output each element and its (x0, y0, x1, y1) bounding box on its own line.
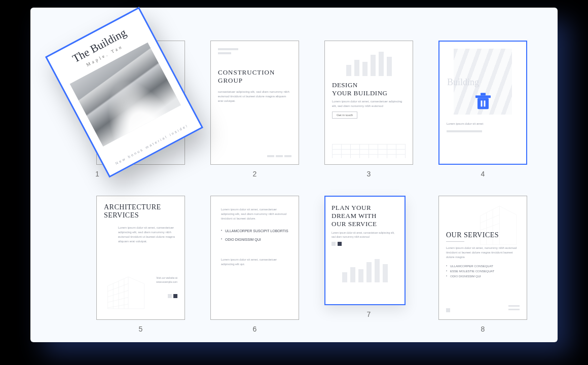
svg-rect-4 (484, 100, 485, 106)
svg-rect-3 (481, 100, 482, 106)
thumbnail-3[interactable]: DESIGN YOUR BUILDING Lorem ipsum dolor s… (324, 41, 413, 178)
thumbnail-8[interactable]: OUR SERVICES Lorem ipsum dolor sit amet,… (438, 196, 527, 333)
page-3-title-2: YOUR BUILDING (332, 89, 406, 97)
page-2-subtitle: GROUP (218, 77, 291, 85)
page-6-outro: Lorem ipsum dolor sit amet, consectetuer… (221, 258, 288, 267)
svg-rect-2 (481, 93, 486, 95)
svg-line-13 (481, 224, 500, 230)
page-number: 8 (481, 325, 485, 333)
page-5-body: Lorem ipsum dolor sit amet, consectetuer… (118, 226, 177, 244)
page-6-intro: Lorem ipsum dolor sit amet, consectetuer… (221, 207, 288, 221)
building-wireframe-icon (467, 201, 523, 249)
get-in-touch-button: Get in touch (332, 112, 357, 119)
bar-chart-icon (332, 48, 406, 76)
dragged-thumbnail[interactable]: The Building Maple. Tan New bonus materi… (71, 24, 177, 161)
svg-rect-1 (475, 95, 491, 98)
svg-line-7 (108, 298, 129, 303)
page-4-title: Building (447, 77, 479, 88)
page-number: 6 (253, 325, 257, 333)
svg-line-5 (108, 284, 129, 291)
legend-icon (332, 242, 398, 246)
thumbnail-7[interactable]: PLAN YOUR DREAM WITH OUR SERVICE Lorem i… (324, 196, 413, 333)
svg-line-14 (481, 232, 500, 237)
page-5-title-2: SERVICES (104, 211, 177, 220)
page-number: 3 (367, 170, 371, 178)
page-number: 4 (481, 170, 485, 178)
svg-rect-0 (477, 98, 489, 109)
page-organizer-canvas[interactable]: CONSTRUCTION GROUP consectetuer adipisci… (30, 8, 558, 342)
building-wireframe-icon (102, 268, 150, 313)
page-number: 1 (95, 170, 99, 178)
thumbnail-4[interactable]: Building Lorem ipsum dolor sit amet 4 (438, 41, 527, 178)
bar-chart-icon (332, 252, 398, 282)
page-number: 7 (367, 310, 371, 318)
svg-line-8 (108, 304, 129, 308)
page-3-title-1: DESIGN (332, 81, 406, 89)
page-number: 2 (253, 170, 257, 178)
svg-line-6 (108, 290, 129, 297)
page-2-body: consectetuer adipiscing elit, sed diam n… (218, 90, 291, 103)
thumbnail-5[interactable]: ARCHITECTURE SERVICES Lorem ipsum dolor … (96, 196, 185, 333)
page-3-body: Lorem ipsum dolor sit amet, consectetuer… (332, 99, 406, 108)
thumbnail-6[interactable]: Lorem ipsum dolor sit amet, consectetuer… (210, 196, 299, 333)
page-4-body: Lorem ipsum dolor sit amet (447, 122, 519, 126)
page-2-title: CONSTRUCTION (218, 68, 291, 77)
svg-line-12 (481, 215, 500, 223)
page-number: 5 (139, 325, 143, 333)
page-5-title-1: ARCHITECTURE (104, 203, 177, 211)
trash-icon[interactable] (471, 89, 495, 113)
thumbnail-2[interactable]: CONSTRUCTION GROUP consectetuer adipisci… (210, 41, 299, 178)
